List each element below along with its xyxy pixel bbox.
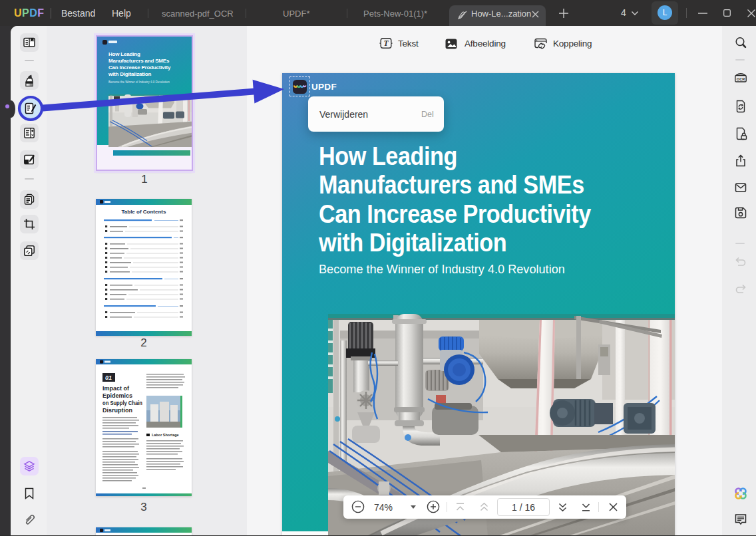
svg-text:Labor Shortage: Labor Shortage	[152, 433, 179, 437]
svg-text:Impact of: Impact of	[102, 385, 130, 392]
svg-text:OCR: OCR	[737, 77, 745, 81]
svg-text:Epidemics: Epidemics	[102, 392, 132, 399]
svg-text:01: 01	[105, 374, 112, 381]
svg-text:Table of Contents: Table of Contents	[122, 209, 167, 215]
svg-text:T: T	[383, 39, 389, 47]
svg-text:on Supply Chain: on Supply Chain	[102, 400, 142, 406]
svg-text:Disruption: Disruption	[102, 407, 132, 414]
